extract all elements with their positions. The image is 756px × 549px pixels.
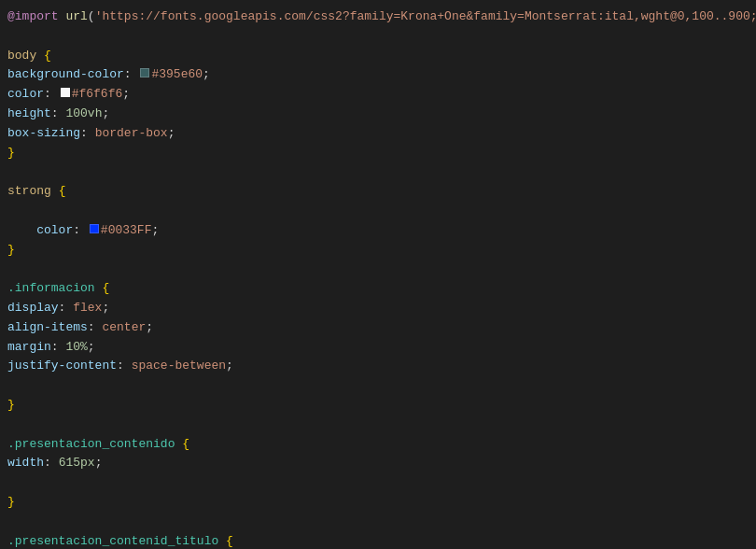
token-number: 10% bbox=[65, 338, 87, 358]
token-colon: : bbox=[73, 221, 88, 241]
token-semi: ; bbox=[226, 357, 233, 376]
token-space bbox=[218, 532, 226, 549]
token-brace: } bbox=[7, 241, 15, 260]
token-brace: { bbox=[182, 435, 189, 455]
token-space bbox=[36, 47, 44, 66]
code-line-13: } bbox=[0, 241, 756, 260]
token-semi: ; bbox=[102, 105, 109, 124]
token-brace: { bbox=[226, 532, 233, 549]
token-brace: { bbox=[44, 47, 51, 66]
token-semi: ; bbox=[203, 65, 210, 85]
code-line-27 bbox=[0, 513, 756, 532]
token-prop: width bbox=[7, 454, 44, 473]
token-hex: #395e60 bbox=[151, 65, 203, 85]
token-colon: : bbox=[59, 299, 74, 318]
token-import: @import bbox=[7, 7, 59, 27]
code-line-12: color : #0033FF ; bbox=[0, 221, 756, 241]
code-line-5: color : #f6f6f6 ; bbox=[0, 85, 756, 105]
color-swatch-fg bbox=[61, 88, 70, 97]
token-prop: align-items bbox=[7, 318, 88, 338]
token-semi: ; bbox=[122, 85, 130, 105]
color-swatch-bg bbox=[140, 68, 149, 77]
code-line-16: display : flex ; bbox=[0, 299, 756, 318]
token-colon: : bbox=[80, 124, 95, 144]
token-semi: ; bbox=[102, 299, 109, 318]
token-class: .informacion bbox=[7, 279, 95, 299]
code-line-10: strong { bbox=[0, 182, 756, 202]
code-line-21: } bbox=[0, 396, 756, 415]
code-line-23: .presentacion_contenido { bbox=[0, 435, 756, 455]
code-line-2 bbox=[0, 27, 756, 47]
token-string: 'https://fonts.googleapis.com/css2?famil… bbox=[95, 7, 756, 27]
token-paren: ( bbox=[88, 7, 95, 27]
token-class: .presentacion_contenid_titulo bbox=[7, 532, 218, 549]
code-editor: @import url ( 'https://fonts.googleapis.… bbox=[0, 0, 756, 549]
token-selector: strong bbox=[7, 182, 51, 202]
token-prop: color bbox=[36, 221, 73, 241]
token-number: 100vh bbox=[65, 105, 102, 124]
code-line-7: box-sizing : border-box ; bbox=[0, 124, 756, 144]
token-colon: : bbox=[117, 357, 132, 376]
token-fn: url bbox=[59, 7, 88, 27]
token-semi: ; bbox=[146, 318, 153, 338]
token-space bbox=[95, 279, 103, 299]
token-hex: #f6f6f6 bbox=[72, 85, 123, 105]
code-line-8: } bbox=[0, 144, 756, 163]
code-line-24: width : 615px ; bbox=[0, 454, 756, 473]
token-space bbox=[51, 182, 59, 202]
code-line-19: justify-content : space-between ; bbox=[0, 357, 756, 376]
code-line-11 bbox=[0, 202, 756, 221]
token-semi: ; bbox=[88, 338, 95, 358]
token-value: center bbox=[102, 318, 146, 338]
code-line-1: @import url ( 'https://fonts.googleapis.… bbox=[0, 7, 756, 27]
code-line-28: .presentacion_contenid_titulo { bbox=[0, 532, 756, 549]
token-colon: : bbox=[51, 338, 66, 358]
token-brace: { bbox=[59, 182, 66, 202]
token-colon: : bbox=[88, 318, 103, 338]
code-line-20 bbox=[0, 376, 756, 396]
code-line-17: align-items : center ; bbox=[0, 318, 756, 338]
token-prop: display bbox=[7, 299, 59, 318]
token-semi: ; bbox=[95, 454, 103, 473]
token-number: 615px bbox=[59, 454, 95, 473]
code-line-25 bbox=[0, 473, 756, 493]
token-value: space-between bbox=[132, 357, 226, 376]
token-prop: justify-content bbox=[7, 357, 117, 376]
token-colon: : bbox=[51, 105, 66, 124]
token-brace: } bbox=[7, 144, 15, 163]
token-brace: } bbox=[7, 396, 15, 415]
token-brace: } bbox=[7, 493, 15, 513]
token-brace: { bbox=[102, 279, 109, 299]
code-line-14 bbox=[0, 260, 756, 279]
token-prop: color bbox=[7, 85, 44, 105]
token-colon: : bbox=[124, 65, 139, 85]
token-semi: ; bbox=[151, 221, 159, 241]
code-line-9 bbox=[0, 162, 756, 182]
token-prop: background-color bbox=[7, 65, 124, 85]
token-prop: height bbox=[7, 105, 51, 124]
token-value: flex bbox=[73, 299, 102, 318]
code-line-26: } bbox=[0, 493, 756, 513]
token-hex: #0033FF bbox=[101, 221, 152, 241]
code-line-3: body { bbox=[0, 47, 756, 66]
token-space bbox=[175, 435, 182, 455]
code-line-15: .informacion { bbox=[0, 279, 756, 299]
token-selector: body bbox=[7, 47, 36, 66]
token-indent bbox=[7, 221, 36, 241]
token-value: border-box bbox=[95, 124, 168, 144]
color-swatch-strong bbox=[90, 224, 99, 233]
code-line-18: margin : 10% ; bbox=[0, 338, 756, 358]
code-line-4: background-color : #395e60 ; bbox=[0, 65, 756, 85]
token-prop: box-sizing bbox=[7, 124, 80, 144]
token-class: .presentacion_contenido bbox=[7, 435, 175, 455]
token-colon: : bbox=[44, 85, 59, 105]
code-line-6: height : 100vh ; bbox=[0, 105, 756, 124]
token-colon: : bbox=[44, 454, 59, 473]
token-prop: margin bbox=[7, 338, 51, 358]
token-semi: ; bbox=[168, 124, 175, 144]
code-line-22 bbox=[0, 415, 756, 435]
